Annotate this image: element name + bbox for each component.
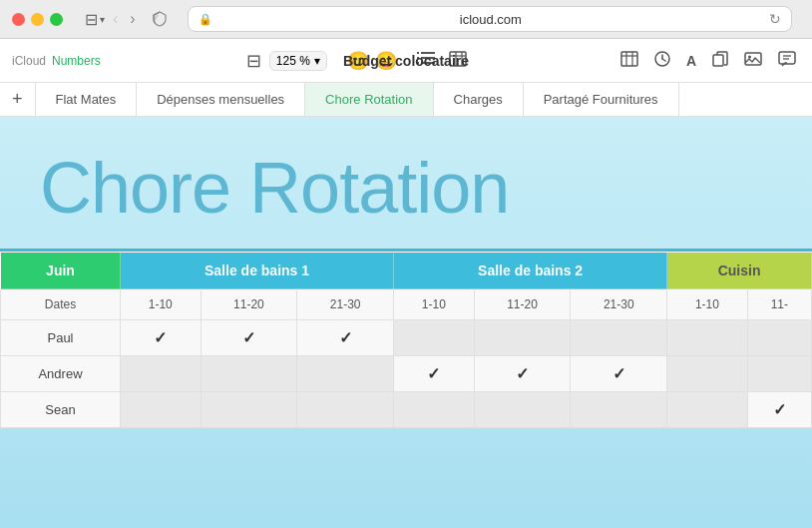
sub-header-11c: 11- (747, 289, 811, 320)
tab-depenses[interactable]: Dépenses mensuelles (137, 83, 305, 116)
shield-icon (148, 7, 172, 31)
cell-sean-3 (297, 392, 394, 428)
app-toolbar: iCloud Numbers ⊟ 125 % ▾ 😊 😄 (0, 39, 812, 83)
app-title-left: iCloud Numbers (12, 54, 101, 68)
cell-paul-3: ✓ (297, 320, 394, 356)
fullscreen-button[interactable] (50, 13, 63, 26)
tab-charges[interactable]: Charges (434, 83, 524, 116)
sub-header-1-10b: 1-10 (394, 289, 475, 320)
check-icon: ✓ (339, 329, 352, 346)
check-icon: ✓ (427, 365, 440, 382)
cell-andrew-5: ✓ (474, 356, 571, 392)
sub-header-11-20a: 11-20 (201, 289, 297, 320)
cell-andrew-2 (201, 356, 297, 392)
icloud-label: iCloud (12, 54, 46, 68)
svg-point-19 (748, 55, 751, 58)
tab-fournitures[interactable]: Partagé Fournitures (524, 83, 679, 116)
cell-andrew-6: ✓ (571, 356, 667, 392)
tab-chore-rotation[interactable]: Chore Rotation (305, 83, 433, 116)
traffic-lights (12, 13, 63, 26)
back-button[interactable]: ‹ (109, 8, 122, 30)
sub-header-1-10c: 1-10 (667, 289, 748, 320)
header-sdb1: Salle de bains 1 (121, 253, 394, 289)
cell-paul-2: ✓ (201, 320, 297, 356)
cell-sean-2 (201, 392, 297, 428)
chevron-down-icon[interactable]: ▾ (100, 14, 105, 25)
cell-andrew-3 (297, 356, 394, 392)
zoom-chevron-icon: ▾ (314, 54, 320, 68)
app-name-label: Numbers (52, 54, 101, 68)
title-bar: ⊟ ▾ ‹ › 🔒 icloud.com ↻ (0, 0, 812, 38)
sub-header-dates: Dates (1, 289, 121, 320)
duplicate-button[interactable] (708, 49, 732, 73)
tab-bar: + Flat Mates Dépenses mensuelles Chore R… (0, 83, 812, 117)
cell-sean-5 (474, 392, 571, 428)
header-sdb2: Salle de bains 2 (394, 253, 667, 289)
row-label-paul: Paul (1, 320, 121, 356)
cell-paul-5 (474, 320, 571, 356)
forward-button[interactable]: › (126, 8, 139, 30)
sub-header-11-20b: 11-20 (474, 289, 571, 320)
toolbar-right: A (616, 49, 800, 73)
table-row-andrew: Andrew ✓ ✓ ✓ (1, 356, 812, 392)
cell-andrew-4: ✓ (394, 356, 475, 392)
browser-chrome: ⊟ ▾ ‹ › 🔒 icloud.com ↻ (0, 0, 812, 39)
check-icon: ✓ (612, 365, 625, 382)
address-bar[interactable]: 🔒 icloud.com ↻ (188, 6, 792, 32)
content-area: Chore Rotation Juin Salle de bains 1 Sal… (0, 117, 812, 528)
table-row-sean: Sean ✓ (1, 392, 812, 428)
view-table-button[interactable] (616, 49, 642, 73)
add-sheet-button[interactable]: + (0, 83, 36, 116)
lock-icon: 🔒 (199, 13, 212, 26)
zoom-value: 125 % (276, 54, 310, 68)
sidebar-toggle-icon[interactable]: ⊟ (85, 10, 98, 29)
cell-paul-1: ✓ (121, 320, 202, 356)
refresh-button[interactable]: ↻ (769, 11, 781, 27)
cell-andrew-1 (121, 356, 202, 392)
check-icon: ✓ (516, 365, 529, 382)
sheet-title: Chore Rotation (0, 117, 812, 249)
cell-sean-6 (571, 392, 667, 428)
header-cuisine: Cuisin (667, 253, 812, 289)
nav-buttons: ⊟ ▾ ‹ › (79, 8, 140, 30)
minimize-button[interactable] (31, 13, 44, 26)
cell-paul-7 (667, 320, 748, 356)
table-header-row: Juin Salle de bains 1 Salle de bains 2 C… (1, 253, 812, 289)
sub-header-21-30b: 21-30 (571, 289, 667, 320)
cell-sean-1 (121, 392, 202, 428)
format-table-icon[interactable]: ⊟ (246, 50, 261, 72)
row-label-sean: Sean (1, 392, 121, 428)
cell-andrew-7 (667, 356, 748, 392)
svg-line-16 (662, 59, 665, 61)
header-juin: Juin (1, 253, 121, 289)
svg-rect-17 (713, 55, 723, 66)
cell-andrew-8 (747, 356, 811, 392)
cell-sean-7 (667, 392, 748, 428)
svg-rect-20 (779, 52, 795, 64)
svg-rect-10 (621, 52, 637, 66)
cell-paul-4 (394, 320, 475, 356)
table-row-paul: Paul ✓ ✓ ✓ (1, 320, 812, 356)
sub-header-21-30a: 21-30 (297, 289, 394, 320)
row-label-andrew: Andrew (1, 356, 121, 392)
check-icon: ✓ (773, 401, 786, 418)
url-text: icloud.com (218, 12, 763, 27)
clock-button[interactable] (650, 49, 674, 73)
cell-paul-6 (571, 320, 667, 356)
text-format-button[interactable]: A (682, 51, 700, 71)
svg-rect-18 (745, 53, 761, 65)
cell-paul-8 (747, 320, 811, 356)
comment-button[interactable] (774, 49, 800, 73)
zoom-control[interactable]: 125 % ▾ (269, 51, 327, 71)
sub-header-1-10a: 1-10 (121, 289, 202, 320)
image-button[interactable] (740, 49, 766, 73)
cell-sean-4 (394, 392, 475, 428)
col-group-header: Dates 1-10 11-20 21-30 1-10 11-20 (1, 289, 812, 320)
close-button[interactable] (12, 13, 25, 26)
chore-table: Juin Salle de bains 1 Salle de bains 2 C… (0, 252, 812, 428)
check-icon: ✓ (242, 329, 255, 346)
tab-flat-mates[interactable]: Flat Mates (36, 83, 138, 116)
check-icon: ✓ (154, 329, 167, 346)
doc-title: Budget colocataire (343, 53, 469, 69)
cell-sean-8: ✓ (747, 392, 811, 428)
